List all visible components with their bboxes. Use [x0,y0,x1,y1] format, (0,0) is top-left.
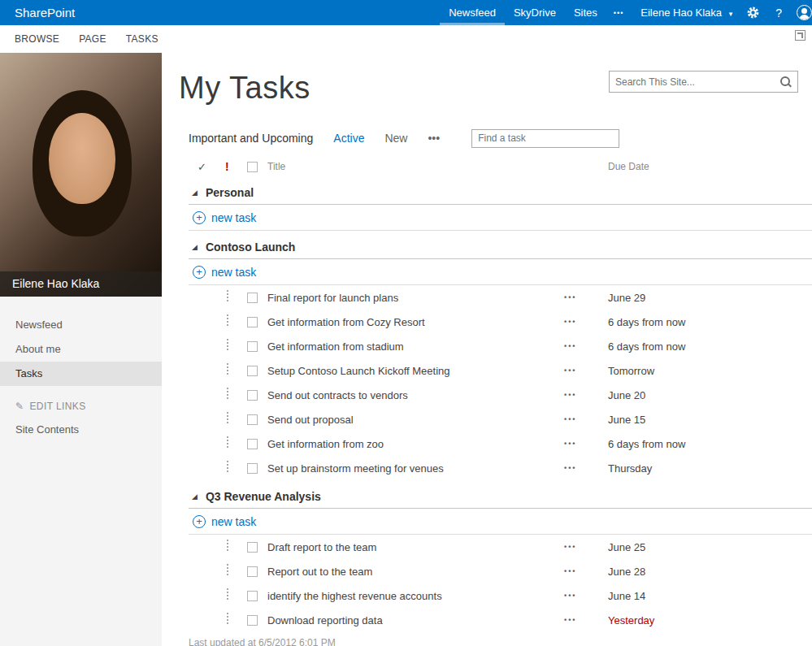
drag-handle-icon[interactable] [225,613,247,628]
group-name: Q3 Revenue Analysis [206,490,321,503]
task-title[interactable]: identify the highest revenue accounts [267,590,564,602]
collapse-group-icon[interactable]: ◢ [192,243,198,251]
task-checkbox[interactable] [247,366,258,376]
task-row: identify the highest revenue accounts•••… [162,583,812,608]
task-menu-ellipsis-icon[interactable]: ••• [564,567,608,575]
edit-links-button[interactable]: ✎EDIT LINKS [0,401,162,412]
due-date-column-header[interactable]: Due Date [608,161,812,172]
sidebar-item-tasks[interactable]: Tasks [0,362,162,386]
task-menu-ellipsis-icon[interactable]: ••• [564,415,608,423]
task-checkbox[interactable] [247,542,258,553]
group-header: ◢Contoso Launch [189,236,812,259]
task-title[interactable]: Set up brainstorm meeting for venues [267,462,564,475]
task-title[interactable]: Get information from Cozy Resort [267,316,564,328]
drag-handle-icon[interactable] [225,388,247,403]
task-checkbox[interactable] [247,591,258,601]
ribbon-tab-browse[interactable]: BROWSE [15,33,59,45]
sidebar-item-about-me[interactable]: About me [0,337,162,362]
find-task-input[interactable] [471,129,619,148]
new-task-button[interactable]: +new task [189,205,812,231]
views-more-icon[interactable]: ••• [428,132,440,145]
user-menu[interactable]: Eilene Hao Klaka ▾ [631,7,739,19]
task-title[interactable]: Send out contracts to vendors [267,389,564,401]
view-active[interactable]: Active [333,132,364,145]
suite-nav: NewsfeedSkyDriveSites••• [440,0,631,25]
task-title[interactable]: Report out to the team [267,566,564,578]
task-row: Get information from zoo•••6 days from n… [162,431,812,456]
task-checkbox[interactable] [247,463,258,474]
task-checkbox[interactable] [247,341,258,352]
help-icon[interactable]: ? [767,7,790,20]
drag-handle-icon[interactable] [225,436,247,452]
task-checkbox[interactable] [247,390,258,401]
quick-launch-nav: NewsfeedAbout meTasks [0,313,162,386]
collapse-group-icon[interactable]: ◢ [192,189,198,197]
edit-links-label: EDIT LINKS [29,401,85,412]
task-menu-ellipsis-icon[interactable]: ••• [564,391,608,399]
task-due-date: June 14 [608,590,812,602]
ribbon-tab-page[interactable]: PAGE [79,33,106,45]
select-all-checkbox[interactable] [247,162,258,172]
suite-nav-sites[interactable]: Sites [565,0,606,25]
drag-handle-icon[interactable] [225,363,247,379]
task-checkbox[interactable] [247,566,258,577]
group-name: Personal [206,186,254,199]
drag-handle-icon[interactable] [225,461,247,476]
new-task-button[interactable]: +new task [189,259,812,285]
ribbon-tab-tasks[interactable]: TASKS [126,33,158,45]
settings-gear-icon[interactable] [739,6,767,20]
task-due-date: Tomorrow [608,365,812,377]
task-menu-ellipsis-icon[interactable]: ••• [564,592,608,600]
task-row: Get information from Cozy Resort•••6 day… [162,310,812,334]
search-icon[interactable] [779,76,792,88]
drag-handle-icon[interactable] [225,540,247,555]
task-menu-ellipsis-icon[interactable]: ••• [564,293,608,301]
task-menu-ellipsis-icon[interactable]: ••• [564,342,608,350]
task-title[interactable]: Setup Contoso Launch Kickoff Meeting [267,365,564,377]
task-menu-ellipsis-icon[interactable]: ••• [564,464,608,472]
view-important-and-upcoming[interactable]: Important and Upcoming [189,132,313,145]
task-checkbox[interactable] [247,439,258,449]
task-title[interactable]: Get information from zoo [267,438,564,450]
drag-handle-icon[interactable] [225,412,247,427]
task-row: Report out to the team•••June 28 [162,559,812,583]
task-title[interactable]: Final report for launch plans [267,292,564,304]
view-links: Important and UpcomingActiveNew••• [189,132,460,145]
site-search-box [609,71,798,93]
task-checkbox[interactable] [247,414,258,425]
profile-person-icon[interactable] [797,5,812,20]
drag-handle-icon[interactable] [225,290,247,306]
task-menu-ellipsis-icon[interactable]: ••• [564,543,608,551]
focus-on-content-icon[interactable] [795,30,805,41]
drag-handle-icon[interactable] [225,314,247,330]
sidebar-item-site-contents[interactable]: Site Contents [0,423,162,436]
task-menu-ellipsis-icon[interactable]: ••• [564,616,608,624]
collapse-group-icon[interactable]: ◢ [192,492,198,501]
task-title[interactable]: Send out proposal [267,414,564,426]
task-menu-ellipsis-icon[interactable]: ••• [564,366,608,375]
search-input[interactable] [610,76,779,88]
task-checkbox[interactable] [247,615,258,626]
task-checkbox[interactable] [247,317,258,327]
task-due-date: 6 days from now [608,340,812,353]
drag-handle-icon[interactable] [225,564,247,579]
task-title[interactable]: Draft report to the team [267,541,564,553]
sidebar-item-newsfeed[interactable]: Newsfeed [0,313,162,337]
suite-nav-skydrive[interactable]: SkyDrive [505,0,565,25]
view-new[interactable]: New [384,132,407,145]
title-column-header[interactable]: Title [267,161,564,172]
suite-bar-right: Eilene Hao Klaka ▾ ? [631,5,812,20]
task-menu-ellipsis-icon[interactable]: ••• [564,318,608,326]
suite-nav-newsfeed[interactable]: Newsfeed [440,0,505,25]
page-title: My Tasks [179,69,310,106]
suite-nav-more-icon[interactable]: ••• [606,0,631,25]
task-checkbox[interactable] [247,293,258,303]
task-title[interactable]: Get information from stadium [267,340,564,353]
task-title[interactable]: Download reporting data [267,614,564,626]
task-menu-ellipsis-icon[interactable]: ••• [564,440,608,448]
drag-handle-icon[interactable] [225,588,247,604]
new-task-label: new task [211,266,256,279]
new-task-button[interactable]: +new task [189,509,812,535]
drag-handle-icon[interactable] [225,339,247,354]
add-plus-icon: + [193,515,206,528]
